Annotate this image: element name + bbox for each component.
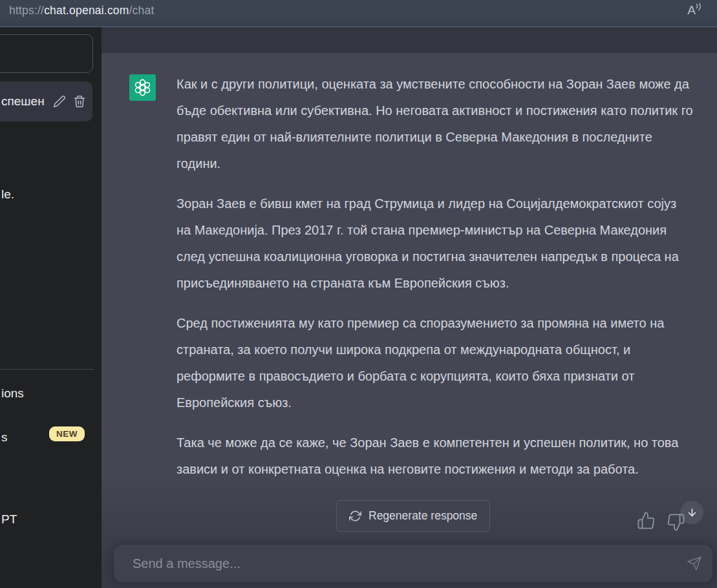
message-paragraph: Как и с други политици, оценката за умст… [177,71,694,177]
message-paragraph: Сред постиженията му като премиер са спо… [177,310,694,416]
sound-waves-icon [696,3,703,12]
chat-main-area: Как и с други политици, оценката за умст… [102,27,717,588]
regenerate-label: Regenerate response [369,509,477,523]
paper-plane-icon [687,556,702,571]
thumbs-down-button[interactable] [667,513,685,532]
new-badge: NEW [49,426,85,441]
message-input[interactable] [114,545,712,582]
url-scheme: https:// [9,4,44,17]
sidebar-conversation-item[interactable]: le. [1,187,14,202]
regenerate-response-button[interactable]: Regenerate response [336,500,490,532]
message-paragraph: Зоран Заев е бивш кмет на град Струмица … [177,191,694,297]
new-chat-button[interactable] [0,34,93,73]
openai-logo-icon [133,78,153,98]
sidebar: спешен le. ions s NEW PT [0,27,102,588]
refresh-icon [349,510,361,522]
sidebar-active-conversation[interactable]: спешен [0,81,92,121]
url-host: chat.openai.com [44,4,129,17]
arrow-down-icon [687,507,698,518]
read-aloud-icon[interactable]: A [687,3,703,17]
thumbs-down-icon [667,513,685,532]
sidebar-menu-item-gpt[interactable]: PT [1,512,17,527]
delete-conversation-button[interactable] [73,95,86,108]
send-button[interactable] [687,556,702,571]
browser-address-bar[interactable]: https://chat.openai.com/chat A [0,0,717,27]
pencil-icon [53,95,66,108]
trash-icon [73,95,86,108]
assistant-avatar [129,74,156,101]
conversation-title: спешен [1,94,45,109]
thumbs-up-icon [637,511,656,530]
thumbs-up-button[interactable] [637,511,656,530]
chatgpt-app-window: https://chat.openai.com/chat A спешен [0,0,717,588]
edit-conversation-button[interactable] [53,95,66,108]
url-text[interactable]: https://chat.openai.com/chat [9,4,155,17]
sidebar-menu-item-clear[interactable]: ions [1,386,24,401]
sidebar-divider [0,369,94,370]
url-path: /chat [129,4,155,17]
sidebar-menu-item-upgrade[interactable]: s [1,430,8,445]
message-paragraph: Така че може да се каже, че Зоран Заев е… [177,430,694,483]
assistant-message: Как и с други политици, оценката за умст… [177,71,694,496]
message-input-container [114,545,712,582]
user-message-row-edge [102,27,717,53]
